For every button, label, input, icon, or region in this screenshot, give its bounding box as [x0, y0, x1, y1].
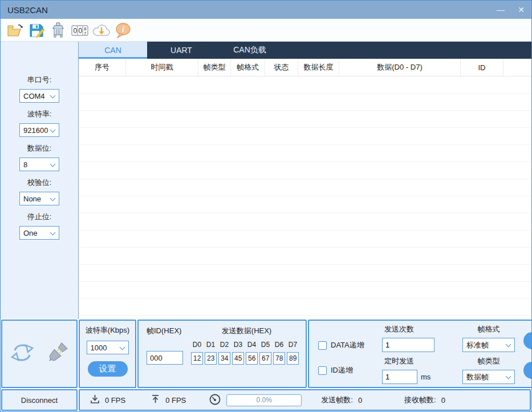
col-data: 数据(D0 - D7) [339, 59, 461, 76]
sent-frames-value: 0 [358, 396, 362, 405]
byte-input-d2[interactable] [218, 352, 230, 365]
frame-format-select[interactable]: 标准帧 [462, 338, 515, 352]
byte-input-d6[interactable] [273, 352, 285, 365]
data-increment-checkbox[interactable] [318, 341, 327, 350]
timed-send-label: 定时发送 [382, 356, 446, 366]
frame-counter-icon[interactable]: 0 0 8 7 [70, 21, 90, 40]
tab-bar: CAN UART CAN负载 [79, 42, 531, 59]
chevron-down-icon [50, 161, 56, 167]
baud-rate-select[interactable]: 921600 [19, 123, 59, 137]
data-bits-field: 数据位: 8 [19, 143, 59, 171]
close-button[interactable]: ✕ [511, 1, 531, 19]
chevron-down-icon [50, 127, 56, 133]
data-increment-label: DATA递增 [331, 340, 364, 350]
byte-input-d7[interactable] [287, 352, 299, 365]
bus-load-value: 0.0% [257, 396, 272, 404]
serial-port-label: 串口号: [27, 75, 52, 85]
baud-rate-value: 921600 [23, 126, 48, 135]
tab-can[interactable]: CAN [79, 42, 147, 59]
byte-label-d2: D2 [220, 341, 229, 349]
frame-format-label: 帧格式 [478, 324, 500, 334]
sent-frames-label: 发送帧数: [321, 395, 353, 405]
can-baud-label: 波特率(Kbps) [86, 325, 129, 336]
content-area: 串口号: COM4 波特率: 921600 数据位: 8 [1, 42, 531, 319]
send-count-label: 发送次数 [382, 324, 446, 334]
connector-plug-icon[interactable] [46, 341, 70, 367]
chevron-down-icon [119, 345, 125, 350]
download-fps-icon [90, 394, 100, 406]
frame-data-panel: 帧ID(HEX) 发送数据(HEX) D0 D1 D2 D3 D4 D5 D6 … [137, 320, 307, 388]
svg-text:0: 0 [74, 27, 78, 35]
byte-label-d7: D7 [289, 341, 297, 349]
can-baud-panel: 波特率(Kbps) 1000 设置 [79, 320, 136, 388]
data-bits-value: 8 [23, 160, 27, 169]
byte-input-d4[interactable] [246, 352, 258, 365]
col-empty [503, 59, 531, 76]
app-window: USB2CAN — ✕ [0, 0, 532, 412]
frame-id-input[interactable] [147, 351, 183, 365]
frame-type-label: 帧类型 [478, 356, 500, 366]
svg-text:7: 7 [84, 31, 87, 36]
parity-select[interactable]: None [19, 192, 59, 205]
connection-status-text: Disconnect [21, 396, 58, 405]
chevron-down-icon [50, 230, 56, 236]
parity-label: 校验位: [27, 177, 52, 188]
parity-value: None [23, 195, 41, 203]
can-baud-select[interactable]: 1000 [87, 341, 129, 354]
col-frame-format: 帧格式 [231, 59, 265, 76]
upload-fps-icon [151, 394, 160, 406]
tab-uart[interactable]: UART [147, 42, 216, 59]
id-increment-checkbox[interactable] [318, 366, 327, 375]
byte-input-d5[interactable] [259, 352, 271, 365]
chevron-down-icon [50, 93, 56, 99]
toolbar: 0 0 8 7 i [1, 19, 531, 42]
stop-button[interactable]: 停止 [523, 362, 532, 379]
byte-label-d4: D4 [247, 341, 256, 349]
frame-list[interactable] [79, 76, 531, 319]
send-options-panel: DATA递增 ID递增 发送次数 定时发送 [308, 320, 532, 388]
data-increment-option: DATA递增 [318, 340, 382, 350]
send-button[interactable]: 发送 [523, 332, 532, 349]
stop-bits-select[interactable]: One [19, 226, 59, 240]
data-bits-select[interactable]: 8 [19, 157, 59, 171]
byte-input-d1[interactable] [205, 352, 217, 365]
send-count-input[interactable] [382, 338, 434, 352]
timed-send-input[interactable] [382, 370, 417, 384]
byte-label-d1: D1 [206, 341, 215, 349]
chevron-down-icon [50, 196, 56, 201]
data-bits-label: 数据位: [27, 143, 52, 154]
tab-can-load[interactable]: CAN负载 [216, 42, 284, 59]
id-increment-option: ID递增 [318, 365, 382, 375]
col-timestamp: 时间戳 [126, 59, 198, 76]
col-id: ID [461, 59, 503, 76]
byte-label-d6: D6 [275, 341, 283, 349]
open-folder-icon[interactable] [5, 21, 25, 40]
serial-settings-sidebar: 串口号: COM4 波特率: 921600 数据位: 8 [1, 42, 79, 319]
col-data-length: 数据长度 [298, 59, 339, 76]
serial-port-select[interactable]: COM4 [19, 89, 59, 103]
serial-port-value: COM4 [23, 92, 45, 100]
refresh-ports-icon[interactable] [9, 341, 35, 367]
svg-text:i: i [122, 25, 124, 34]
frame-id-label: 帧ID(HEX) [147, 326, 194, 336]
save-file-icon[interactable] [27, 21, 46, 40]
parity-field: 校验位: None [19, 177, 59, 205]
minimize-button[interactable]: — [490, 1, 511, 19]
col-status: 状态 [265, 59, 298, 76]
clear-list-icon[interactable] [48, 21, 68, 40]
byte-input-d0[interactable] [191, 352, 203, 365]
frame-type-select[interactable]: 数据帧 [462, 370, 515, 384]
baud-rate-field: 波特率: 921600 [19, 109, 59, 137]
cloud-download-icon[interactable] [92, 21, 111, 40]
byte-input-d3[interactable] [232, 352, 244, 365]
table-header: 序号 时间戳 帧类型 帧格式 状态 数据长度 数据(D0 - D7) ID [79, 59, 531, 76]
set-baud-button[interactable]: 设置 [88, 361, 128, 377]
statistics-panel: 0 FPS 0 FPS [79, 389, 531, 411]
window-title: USB2CAN [7, 5, 48, 15]
frame-format-value: 标准帧 [466, 340, 489, 350]
byte-label-d3: D3 [234, 341, 242, 349]
svg-text:0: 0 [79, 27, 83, 35]
ms-unit-label: ms [421, 373, 431, 381]
info-icon[interactable]: i [113, 21, 133, 40]
bottom-panels: 波特率(Kbps) 1000 设置 帧ID(HEX) 发送数据(HEX) D0 … [1, 319, 531, 389]
